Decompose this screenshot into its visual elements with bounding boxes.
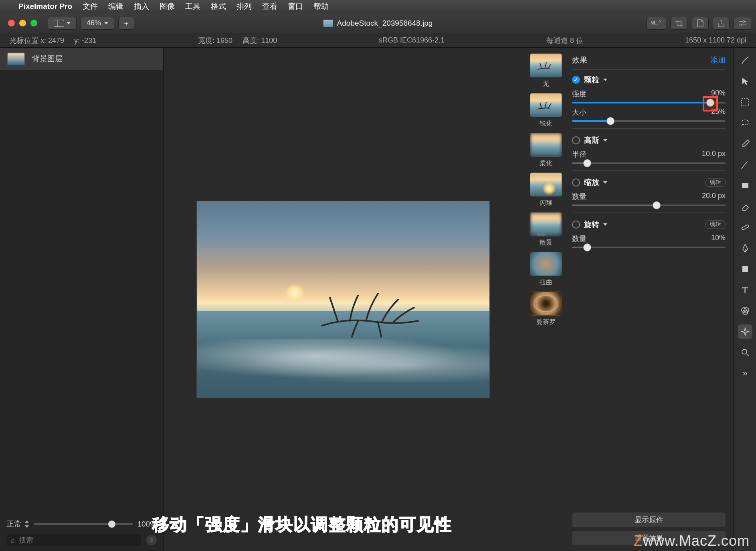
marquee-tool[interactable] (738, 95, 752, 109)
svg-point-6 (740, 24, 742, 26)
eyedropper-icon (740, 139, 750, 149)
minimize-window-button[interactable] (19, 20, 26, 26)
checkbox-off-icon[interactable] (572, 178, 580, 186)
edit-button[interactable]: 编辑 (705, 220, 726, 229)
preset-label: 扭曲 (540, 278, 552, 287)
menu-tools[interactable]: 工具 (185, 1, 200, 12)
more-tools[interactable]: » (738, 366, 752, 381)
chevron-down-icon (603, 79, 607, 81)
effect-name: 缩放 (584, 177, 599, 188)
effects-tool[interactable] (738, 324, 752, 339)
svg-text:ML: ML (651, 21, 656, 25)
grain-intensity-slider[interactable] (572, 102, 726, 103)
layer-row[interactable]: 背景图层 (0, 48, 163, 70)
repair-tool[interactable] (738, 220, 752, 235)
chevron-down-icon (603, 139, 607, 142)
ml-enhance-button[interactable]: ML (646, 17, 666, 30)
effect-spin-header[interactable]: 旋转 编辑 (572, 219, 726, 230)
show-original-button[interactable]: 显示原件 (572, 513, 726, 527)
add-effect-link[interactable]: 添加 (710, 55, 726, 65)
slider-label: 数量 (572, 192, 586, 201)
paintbrush-icon (740, 160, 750, 170)
menu-help[interactable]: 帮助 (313, 1, 329, 12)
grain-size-row: 大小25% (572, 107, 726, 122)
edit-button[interactable]: 编辑 (705, 178, 726, 187)
fullscreen-window-button[interactable] (30, 20, 37, 26)
menu-format[interactable]: 格式 (211, 1, 226, 12)
zoom-dropdown[interactable]: 46% (81, 17, 114, 30)
pen-tool[interactable] (738, 241, 752, 255)
arrow-tool[interactable] (738, 74, 752, 89)
checkbox-off-icon[interactable] (572, 221, 580, 229)
hamburger-icon: ≡ (150, 537, 153, 544)
opacity-slider[interactable] (34, 523, 133, 525)
svg-point-14 (742, 349, 747, 354)
zoom-value: 46% (87, 19, 101, 27)
chevrons-right-icon: » (742, 368, 747, 379)
effect-grain-header[interactable]: ✓ 颗粒 (572, 75, 726, 85)
spin-amount-slider[interactable] (572, 247, 726, 248)
watermark: Zwww.MacZ.com (634, 533, 750, 549)
grain-size-slider[interactable] (572, 120, 726, 122)
export-button[interactable] (692, 17, 709, 30)
slider-knob[interactable] (583, 243, 591, 251)
slider-label: 大小 (572, 107, 586, 117)
preset-flare[interactable]: 闪耀 (530, 172, 562, 207)
blend-mode-select[interactable]: 正常 (6, 519, 30, 529)
menu-insert[interactable]: 插入 (134, 1, 149, 12)
layer-search-input[interactable] (19, 536, 137, 545)
slider-knob[interactable] (706, 99, 714, 107)
menu-view[interactable]: 查看 (262, 1, 277, 12)
effect-gaussian-header[interactable]: 高斯 (572, 135, 726, 146)
brush-tool[interactable] (738, 53, 752, 68)
crop-button[interactable] (670, 17, 688, 30)
slider-value: 25% (711, 107, 726, 117)
preset-sharpen[interactable]: 锐化 (530, 93, 562, 128)
layer-options-button[interactable]: ≡ (146, 535, 157, 545)
slider-knob[interactable] (653, 201, 661, 209)
preset-mandala[interactable]: 曼荼罗 (530, 292, 562, 326)
spin-amount-row: 数量10% (572, 234, 726, 248)
checkbox-on-icon[interactable]: ✓ (572, 76, 580, 84)
cursor-x-value: 2479 (48, 36, 64, 45)
add-button[interactable]: ＋ (118, 17, 134, 30)
effect-zoom-header[interactable]: 缩放 编辑 (572, 177, 726, 188)
zoom-tool[interactable] (738, 345, 752, 360)
canvas[interactable] (164, 48, 523, 551)
slider-knob[interactable] (606, 117, 615, 125)
checkbox-off-icon[interactable] (572, 136, 580, 144)
eraser-tool[interactable] (738, 199, 752, 214)
menu-arrange[interactable]: 排列 (237, 1, 252, 12)
preset-twirl[interactable]: 扭曲 (530, 252, 562, 287)
menu-edit[interactable]: 编辑 (108, 1, 123, 12)
tool-strip: T » (734, 48, 756, 551)
slider-knob[interactable] (583, 159, 591, 167)
color-adjust-tool[interactable] (738, 304, 752, 318)
slider-knob[interactable] (108, 521, 115, 528)
preset-label: 曼荼罗 (536, 318, 556, 326)
svg-rect-9 (741, 225, 749, 230)
fill-tool[interactable] (738, 178, 752, 193)
menu-file[interactable]: 文件 (83, 1, 98, 12)
menu-image[interactable]: 图像 (160, 1, 175, 12)
preset-none[interactable]: 无 (530, 53, 562, 88)
crop-icon (675, 19, 683, 28)
shape-tool[interactable] (738, 262, 752, 276)
share-button[interactable] (713, 17, 730, 30)
effect-grain: ✓ 颗粒 强度90% 大小25% (572, 75, 726, 122)
paint-tool[interactable] (738, 158, 752, 172)
lasso-tool[interactable] (738, 116, 752, 130)
app-menu[interactable]: Pixelmator Pro (18, 2, 72, 11)
menu-window[interactable]: 窗口 (288, 1, 303, 12)
eyedropper-tool[interactable] (738, 137, 752, 151)
preset-bokeh[interactable]: 散景 (530, 212, 562, 247)
preset-soften[interactable]: 柔化 (530, 133, 562, 168)
gaussian-radius-slider[interactable] (572, 162, 726, 164)
inspector-toggle-button[interactable] (734, 17, 751, 30)
sidebar-toggle-button[interactable] (48, 17, 77, 30)
wand-icon: ML (651, 20, 662, 27)
close-window-button[interactable] (8, 20, 15, 26)
zoom-amount-slider[interactable] (572, 205, 726, 206)
eraser-icon (740, 202, 750, 211)
text-tool[interactable]: T (738, 283, 752, 297)
